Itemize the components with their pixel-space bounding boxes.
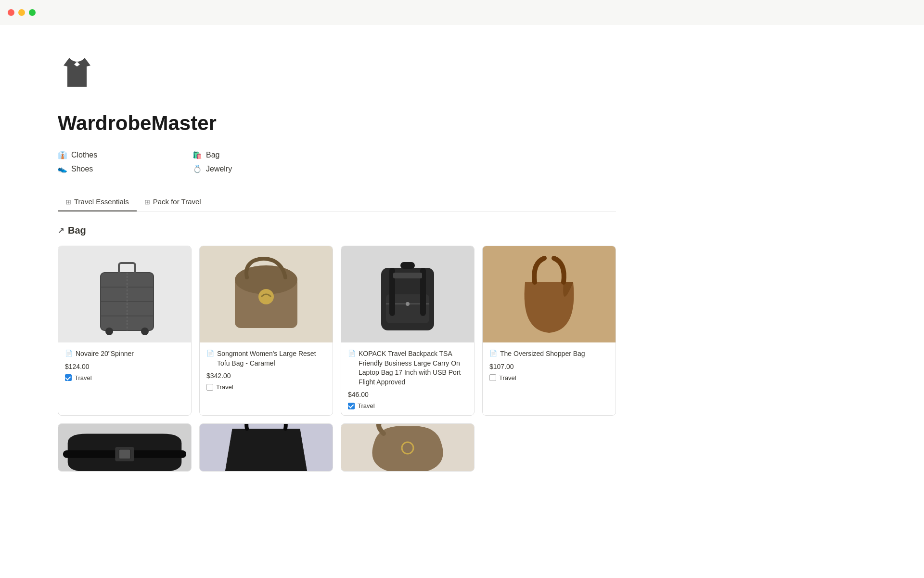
backpack-svg — [359, 249, 456, 340]
luggage-svg — [81, 251, 168, 338]
product-grid: 📄 Novaire 20"Spinner $124.00 Travel — [58, 246, 616, 416]
tote-svg — [218, 424, 314, 472]
category-bag[interactable]: 🛍️ Bag — [192, 150, 327, 159]
product-tag-label-1: Travel — [216, 383, 233, 391]
product-image-bottom-1 — [200, 424, 333, 472]
svg-rect-5 — [119, 263, 135, 274]
product-tag-label-3: Travel — [499, 374, 516, 381]
product-card-1[interactable]: 📄 Songmont Women's Large Reset Tofu Bag … — [199, 246, 333, 416]
tab-travel-essentials[interactable]: ⊞ Travel Essentials — [58, 193, 137, 211]
close-button[interactable] — [8, 9, 14, 16]
product-image-0 — [58, 246, 191, 342]
svg-rect-13 — [400, 262, 415, 269]
product-tag-3: Travel — [489, 374, 609, 381]
svg-point-11 — [258, 289, 274, 304]
tab-pack-for-travel-icon: ⊞ — [144, 198, 150, 206]
hobo-bag-svg — [359, 424, 456, 472]
svg-rect-21 — [119, 449, 130, 459]
product-tag-label-2: Travel — [358, 402, 375, 409]
product-card-bottom-1[interactable] — [199, 423, 333, 472]
product-card-bottom-2[interactable] — [341, 423, 475, 472]
product-image-bottom-2 — [341, 424, 474, 472]
category-jewelry-label: Jewelry — [206, 165, 232, 173]
doc-icon-1: 📄 — [206, 350, 214, 357]
section-arrow-icon: ↗ — [58, 226, 64, 235]
product-price-2: $46.00 — [348, 391, 467, 398]
product-checkbox-2[interactable] — [348, 403, 355, 409]
category-bag-label: Bag — [206, 151, 219, 159]
doc-icon-3: 📄 — [489, 350, 497, 357]
product-info-2: 📄 KOPACK Travel Backpack TSA Friendly Bu… — [341, 342, 474, 415]
maximize-button[interactable] — [29, 9, 36, 16]
app-icon — [58, 54, 616, 100]
product-card-2[interactable]: 📄 KOPACK Travel Backpack TSA Friendly Bu… — [341, 246, 475, 416]
product-tag-1: Travel — [206, 383, 326, 391]
product-tag-2: Travel — [348, 402, 467, 409]
tab-pack-for-travel[interactable]: ⊞ Pack for Travel — [137, 193, 209, 211]
tab-pack-for-travel-label: Pack for Travel — [153, 197, 201, 206]
product-price-1: $342.00 — [206, 372, 326, 380]
jewelry-icon: 💍 — [192, 164, 202, 173]
product-tag-0: Travel — [65, 374, 184, 381]
product-checkbox-1[interactable] — [206, 384, 213, 391]
tab-travel-essentials-label: Travel Essentials — [74, 197, 129, 206]
product-name-0: Novaire 20"Spinner — [76, 349, 134, 359]
clothes-icon: 👔 — [58, 150, 67, 159]
tofu-bag-svg — [218, 251, 314, 338]
product-tag-label-0: Travel — [75, 374, 92, 381]
category-clothes[interactable]: 👔 Clothes — [58, 150, 192, 159]
product-card-3[interactable]: 📄 The Oversized Shopper Bag $107.00 Trav… — [482, 246, 616, 416]
section-title: Bag — [68, 225, 86, 236]
bag-icon: 🛍️ — [192, 150, 202, 159]
belt-bag-svg — [58, 424, 191, 472]
svg-rect-18 — [393, 273, 422, 278]
product-name-3: The Oversized Shopper Bag — [500, 349, 585, 359]
tab-bar: ⊞ Travel Essentials ⊞ Pack for Travel — [58, 193, 616, 211]
product-name-1: Songmont Women's Large Reset Tofu Bag - … — [217, 349, 326, 368]
product-card-bottom-3 — [482, 423, 616, 472]
category-jewelry[interactable]: 💍 Jewelry — [192, 164, 327, 173]
product-checkbox-3[interactable] — [489, 374, 496, 381]
page-title: WardrobeMaster — [58, 112, 616, 135]
category-shoes[interactable]: 👟 Shoes — [58, 164, 192, 173]
coat-icon — [58, 54, 96, 92]
section-heading: ↗ Bag — [58, 225, 616, 236]
product-name-2: KOPACK Travel Backpack TSA Friendly Busi… — [359, 349, 467, 387]
category-shoes-label: Shoes — [71, 165, 93, 173]
shopper-svg — [501, 249, 597, 340]
doc-icon-2: 📄 — [348, 350, 356, 357]
category-clothes-label: Clothes — [71, 151, 97, 159]
tab-travel-essentials-icon: ⊞ — [65, 198, 71, 206]
minimize-button[interactable] — [18, 9, 25, 16]
product-info-0: 📄 Novaire 20"Spinner $124.00 Travel — [58, 342, 191, 387]
shoes-icon: 👟 — [58, 164, 67, 173]
titlebar — [0, 0, 924, 25]
product-image-1 — [200, 246, 333, 342]
svg-point-7 — [141, 328, 149, 335]
main-content: WardrobeMaster 👔 Clothes 🛍️ Bag 👟 Shoes … — [0, 25, 674, 500]
product-image-2 — [341, 246, 474, 342]
svg-point-15 — [406, 302, 410, 306]
product-image-3 — [483, 246, 616, 342]
product-info-1: 📄 Songmont Women's Large Reset Tofu Bag … — [200, 342, 333, 396]
product-price-0: $124.00 — [65, 363, 184, 370]
doc-icon-0: 📄 — [65, 350, 73, 357]
product-checkbox-0[interactable] — [65, 374, 72, 381]
product-info-3: 📄 The Oversized Shopper Bag $107.00 Trav… — [483, 342, 616, 387]
product-grid-bottom — [58, 423, 616, 472]
product-card-0[interactable]: 📄 Novaire 20"Spinner $124.00 Travel — [58, 246, 192, 416]
categories: 👔 Clothes 🛍️ Bag 👟 Shoes 💍 Jewelry — [58, 150, 616, 173]
product-card-bottom-0[interactable] — [58, 423, 192, 472]
product-image-bottom-0 — [58, 424, 191, 472]
svg-point-6 — [105, 328, 113, 335]
product-price-3: $107.00 — [489, 363, 609, 370]
